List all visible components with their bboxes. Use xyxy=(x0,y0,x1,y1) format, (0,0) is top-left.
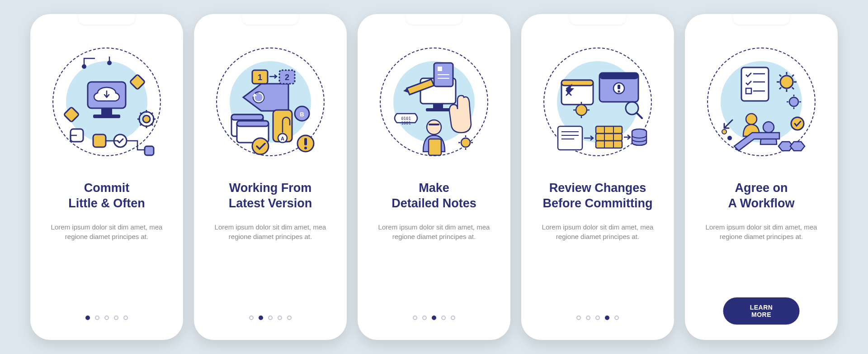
svg-rect-43 xyxy=(438,67,442,71)
dot-2[interactable] xyxy=(259,316,263,320)
svg-rect-7 xyxy=(64,107,79,122)
svg-point-103 xyxy=(722,129,726,134)
card-description: Lorem ipsum dolor sit dim amet, mea regi… xyxy=(698,222,825,242)
svg-point-30 xyxy=(252,138,269,154)
phone-notch xyxy=(568,14,627,26)
dot-1[interactable] xyxy=(249,316,254,320)
dot-5[interactable] xyxy=(123,316,128,320)
svg-text:2: 2 xyxy=(285,73,289,82)
card-description: Lorem ipsum dolor sit dim amet, mea regi… xyxy=(43,222,170,242)
dot-5[interactable] xyxy=(287,316,292,320)
svg-rect-4 xyxy=(93,134,106,147)
svg-line-92 xyxy=(779,87,781,89)
card-description: Lorem ipsum dolor sit dim amet, mea regi… xyxy=(370,222,498,242)
card-description: Lorem ipsum dolor sit dim amet, mea regi… xyxy=(534,222,661,242)
svg-point-38 xyxy=(304,147,307,149)
svg-line-93 xyxy=(792,75,794,77)
card-title: Make Detailed Notes xyxy=(392,181,476,211)
svg-rect-59 xyxy=(618,85,620,89)
svg-rect-40 xyxy=(433,104,443,108)
dot-5[interactable] xyxy=(614,316,619,320)
svg-rect-50 xyxy=(429,139,441,155)
pagination-dots xyxy=(30,316,183,320)
onboarding-card-3: 0101 1001 Make Detailed Notes Lorem ipsu… xyxy=(358,14,510,340)
dot-2[interactable] xyxy=(95,316,99,320)
svg-line-91 xyxy=(792,87,794,89)
svg-text:B: B xyxy=(300,111,304,118)
svg-point-48 xyxy=(427,120,441,134)
svg-point-63 xyxy=(576,105,587,115)
svg-rect-27 xyxy=(231,115,263,120)
svg-point-99 xyxy=(746,114,757,124)
latest-version-icon: 1 2 A B xyxy=(212,43,329,161)
dot-4[interactable] xyxy=(114,316,118,320)
dot-1[interactable] xyxy=(413,316,417,320)
phone-notch xyxy=(77,14,136,26)
svg-point-51 xyxy=(461,138,470,147)
svg-line-90 xyxy=(779,75,781,77)
card-title: Review Changes Before Committing xyxy=(543,181,653,211)
phone-notch xyxy=(732,14,791,26)
dot-3[interactable] xyxy=(595,316,600,320)
svg-point-102 xyxy=(727,136,732,140)
learn-more-button[interactable]: LEARN MORE xyxy=(723,297,800,325)
svg-point-85 xyxy=(780,76,793,88)
onboarding-card-4: Review Changes Before Committing Lorem i… xyxy=(521,14,674,340)
pagination-dots xyxy=(521,316,674,320)
detailed-notes-icon: 0101 1001 xyxy=(375,43,493,161)
svg-point-101 xyxy=(791,117,804,130)
svg-rect-49 xyxy=(429,124,439,125)
dot-3[interactable] xyxy=(268,316,273,320)
svg-point-60 xyxy=(618,91,620,93)
svg-rect-76 xyxy=(596,141,622,148)
svg-rect-20 xyxy=(145,146,154,155)
dot-2[interactable] xyxy=(586,316,590,320)
svg-text:0101: 0101 xyxy=(401,116,411,121)
commit-often-icon xyxy=(48,43,165,161)
svg-rect-74 xyxy=(596,126,622,134)
dot-3[interactable] xyxy=(104,316,109,320)
svg-point-9 xyxy=(143,115,150,123)
card-title: Commit Little & Often xyxy=(68,181,145,211)
review-changes-icon xyxy=(539,43,656,161)
phone-notch xyxy=(241,14,300,26)
dot-4[interactable] xyxy=(441,316,446,320)
onboarding-card-1: Commit Little & Often Lorem ipsum dolor … xyxy=(30,14,183,340)
card-title: Agree on A Workflow xyxy=(728,181,795,211)
svg-rect-6 xyxy=(130,74,145,90)
dot-4[interactable] xyxy=(278,316,282,320)
svg-rect-80 xyxy=(741,67,769,101)
workflow-icon xyxy=(703,43,820,161)
svg-text:1001: 1001 xyxy=(401,121,411,125)
svg-rect-1 xyxy=(101,108,112,115)
svg-rect-37 xyxy=(304,138,307,145)
phone-notch xyxy=(405,14,463,26)
card-description: Lorem ipsum dolor sit dim amet, mea regi… xyxy=(207,222,334,242)
svg-rect-2 xyxy=(93,115,120,118)
pagination-dots xyxy=(194,316,347,320)
dot-3[interactable] xyxy=(432,316,436,320)
pagination-dots xyxy=(358,316,510,320)
dot-5[interactable] xyxy=(451,316,455,320)
svg-text:1: 1 xyxy=(258,73,262,82)
dot-1[interactable] xyxy=(576,316,581,320)
svg-rect-75 xyxy=(596,134,622,141)
dot-1[interactable] xyxy=(85,316,90,320)
card-title: Working From Latest Version xyxy=(229,181,312,211)
svg-rect-29 xyxy=(237,121,269,126)
svg-rect-70 xyxy=(558,126,582,150)
svg-point-94 xyxy=(789,97,798,106)
svg-line-69 xyxy=(637,113,642,118)
onboarding-card-2: 1 2 A B Working From Latest Version Lore… xyxy=(194,14,347,340)
svg-text:A: A xyxy=(281,136,284,141)
dot-4[interactable] xyxy=(605,316,609,320)
svg-rect-57 xyxy=(599,73,638,79)
onboarding-card-5: Agree on A Workflow Lorem ipsum dolor si… xyxy=(685,14,838,340)
dot-2[interactable] xyxy=(422,316,427,320)
svg-rect-62 xyxy=(561,80,593,86)
svg-rect-41 xyxy=(426,108,450,111)
svg-point-100 xyxy=(763,122,774,133)
